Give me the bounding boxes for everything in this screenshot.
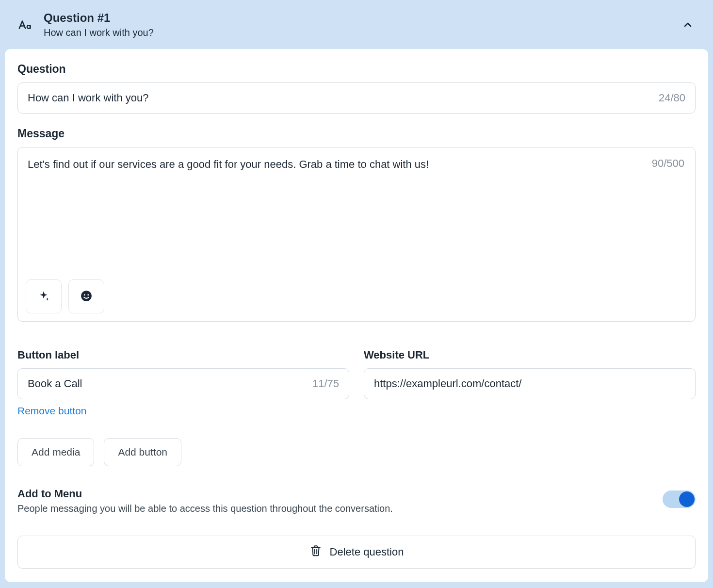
add-to-menu-description: People messaging you will be able to acc…: [17, 503, 648, 514]
question-label: Question: [17, 63, 696, 76]
question-char-counter: 24/80: [659, 92, 685, 104]
svg-point-1: [81, 291, 92, 301]
question-accordion-header[interactable]: Question #1 How can I work with you?: [0, 0, 713, 49]
question-input-wrap: 24/80: [17, 82, 696, 114]
add-button-button[interactable]: Add button: [104, 438, 181, 466]
emoji-picker-button[interactable]: [68, 279, 104, 313]
website-url-heading: Website URL: [364, 349, 696, 361]
button-label-char-counter: 11/75: [312, 377, 339, 390]
message-toolbar: [26, 279, 104, 313]
svg-point-2: [84, 294, 85, 295]
add-to-menu-row: Add to Menu People messaging you will be…: [17, 488, 696, 514]
website-url-input[interactable]: [364, 369, 695, 399]
question-input[interactable]: [18, 83, 695, 113]
svg-point-3: [87, 294, 89, 295]
delete-question-label: Delete question: [330, 546, 404, 558]
message-textarea[interactable]: [28, 157, 627, 269]
button-label-input-wrap: 11/75: [17, 368, 349, 399]
question-editor-card: Question 24/80 Message 90/500: [5, 49, 708, 582]
question-header-text: Question #1 How can I work with you?: [44, 11, 670, 38]
ai-assist-button[interactable]: [26, 279, 62, 313]
chevron-up-icon[interactable]: [682, 19, 694, 31]
add-media-button[interactable]: Add media: [17, 438, 94, 466]
message-input-wrap: 90/500: [17, 147, 696, 322]
add-to-menu-copy: Add to Menu People messaging you will be…: [17, 488, 648, 514]
sparkles-icon: [37, 290, 50, 304]
secondary-actions-row: Add media Add button: [17, 438, 696, 466]
question-header-title: Question #1: [44, 11, 670, 25]
toggle-knob: [679, 491, 695, 507]
remove-button-link[interactable]: Remove button: [17, 405, 86, 417]
trash-icon: [309, 544, 322, 560]
add-to-menu-toggle[interactable]: [663, 490, 696, 508]
website-url-input-wrap: [364, 368, 696, 399]
button-label-input[interactable]: [18, 369, 349, 399]
button-label-heading: Button label: [17, 349, 349, 361]
add-to-menu-title: Add to Menu: [17, 488, 648, 500]
question-header-subtitle: How can I work with you?: [44, 27, 670, 38]
message-label: Message: [17, 127, 696, 140]
delete-question-button[interactable]: Delete question: [17, 536, 696, 569]
smiley-icon: [80, 290, 93, 304]
message-char-counter: 90/500: [652, 157, 684, 170]
text-aa-icon: [17, 17, 32, 32]
